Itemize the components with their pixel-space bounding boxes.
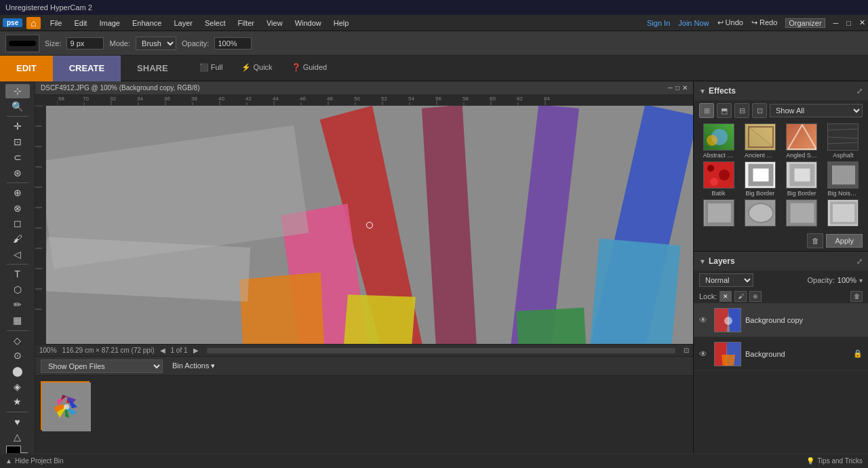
layers-header[interactable]: ▼ Layers ⤢ [694, 252, 868, 271]
opacity-arrow[interactable]: ▾ [859, 277, 863, 284]
menu-image[interactable]: Image [94, 18, 125, 28]
canvas-restore-btn[interactable]: □ [675, 84, 679, 92]
type-tool[interactable]: T [5, 267, 30, 281]
menu-window[interactable]: Window [290, 18, 327, 28]
menu-help[interactable]: Help [328, 18, 355, 28]
full-tab[interactable]: ⬛ Full [190, 60, 233, 76]
brush-tool[interactable]: 🖌 [5, 232, 30, 246]
layer-visibility-2[interactable]: 👁 [699, 349, 710, 359]
effect-ancient[interactable]: Ancient St... [741, 123, 779, 159]
smudge-tool[interactable]: ★ [5, 395, 30, 409]
layer-visibility-1[interactable]: 👁 [699, 315, 710, 325]
quick-tab[interactable]: ⚡ Quick [232, 60, 281, 76]
canvas-minimize-btn[interactable]: ─ [668, 84, 673, 92]
close-btn[interactable]: ✕ [859, 18, 865, 27]
effects-header[interactable]: ▼ Effects ⤢ [694, 81, 868, 100]
effect-asphalt[interactable]: Asphalt [824, 123, 863, 159]
lock-position-btn[interactable]: ⊕ [749, 291, 762, 302]
pencil-tool[interactable]: ✏ [5, 298, 30, 312]
effects-show-select[interactable]: Show All Filters Photo Effects Layer Sty… [770, 104, 863, 117]
heart-tool[interactable]: ♥ [5, 414, 30, 429]
menu-enhance[interactable]: Enhance [127, 18, 167, 28]
bin-thumbnail-1[interactable] [41, 381, 90, 430]
dodge-burn-tool[interactable]: ⊙ [5, 349, 30, 363]
nav-next[interactable]: ▶ [193, 347, 199, 354]
clone-stamp-tool[interactable]: ⊗ [5, 201, 30, 215]
crop-tool[interactable]: ⊡ [5, 135, 30, 149]
effect-placeholder-1[interactable] [699, 199, 738, 228]
layers-trash-btn[interactable]: 🗑 [850, 291, 863, 302]
gradient-tool[interactable]: ▦ [5, 313, 30, 328]
effect-placeholder-3[interactable] [783, 199, 821, 228]
guided-tab[interactable]: ❓ Guided [282, 60, 337, 76]
join-now-link[interactable]: Join Now [678, 19, 709, 27]
menu-filter[interactable]: Filter [233, 18, 260, 28]
lasso-tool[interactable]: ⊂ [5, 150, 30, 164]
home-icon[interactable]: ⌂ [26, 17, 40, 29]
effects-filter-all[interactable]: ⊞ [699, 103, 714, 118]
effect-angled[interactable]: Angled Sp... [783, 123, 821, 159]
layer-item-background[interactable]: 👁 Background 🔒 [694, 337, 868, 371]
effect-batik[interactable]: Batik [699, 161, 738, 197]
eraser-tool[interactable]: ◻ [5, 216, 30, 231]
sign-in-link[interactable]: Sign In [647, 19, 670, 27]
shape-tool[interactable]: ⬡ [5, 282, 30, 296]
tips-label[interactable]: Tips and Tricks [817, 457, 863, 465]
undo-btn[interactable]: ↩ Undo [717, 18, 743, 27]
magic-wand-tool[interactable]: ⊛ [5, 165, 30, 180]
effect-big-noisy[interactable]: Big Noisy ... [824, 161, 863, 197]
effect-placeholder-4[interactable] [824, 199, 863, 228]
redo-btn[interactable]: ↪ Redo [751, 18, 777, 27]
blend-mode-select[interactable]: Normal Multiply Screen Overlay [699, 273, 753, 287]
blur-tool[interactable]: ◈ [5, 379, 30, 393]
effect-big-border2[interactable]: Big Border [783, 161, 821, 197]
canvas-resize-handle[interactable]: ⊡ [684, 347, 689, 354]
hide-project-bin-label[interactable]: Hide Project Bin [15, 457, 64, 465]
maximize-btn[interactable]: □ [846, 19, 851, 27]
mode-select[interactable]: Brush Pencil [136, 37, 176, 50]
effect-abstract[interactable]: Abstract Fi... [699, 123, 738, 159]
effects-filter-photo[interactable]: ⊟ [734, 103, 749, 118]
effects-apply-button[interactable]: Apply [826, 234, 863, 248]
organizer-btn[interactable]: Organizer [785, 18, 825, 28]
lock-pixels-btn[interactable]: 🖌 [734, 291, 747, 302]
layers-expand-icon[interactable]: ⤢ [856, 257, 863, 266]
show-files-select[interactable]: Show Open Files Show All Files [41, 359, 163, 373]
svg-text:68: 68 [58, 96, 64, 102]
zoom-tool[interactable]: 🔍 [5, 100, 30, 114]
menu-file[interactable]: File [45, 18, 68, 28]
menu-view[interactable]: View [261, 18, 288, 28]
lock-transparent-btn[interactable]: ✕ [719, 291, 732, 302]
effects-filter-layers[interactable]: ⬒ [717, 103, 732, 118]
selection-tool[interactable]: ⊹ [5, 84, 30, 98]
canvas-close-btn[interactable]: ✕ [682, 84, 688, 92]
spot-heal-tool[interactable]: ⊕ [5, 186, 30, 200]
sponge-tool[interactable]: ⬤ [5, 364, 30, 378]
share-tab[interactable]: SHARE [121, 56, 184, 81]
effects-filter-frame[interactable]: ⊡ [752, 103, 767, 118]
layer-item-background-copy[interactable]: 👁 Background copy [694, 303, 868, 337]
opacity-input[interactable] [214, 37, 252, 50]
triangle-tool[interactable]: △ [5, 430, 30, 444]
effect-placeholder-2[interactable] [741, 199, 779, 228]
canvas-container[interactable] [46, 106, 693, 344]
nav-prev[interactable]: ◀ [160, 347, 165, 354]
minimize-btn[interactable]: ─ [833, 19, 839, 27]
canvas-scrollbar-h[interactable] [207, 348, 675, 353]
paint-bucket-tool[interactable]: ◁ [5, 247, 30, 261]
effects-trash-button[interactable]: 🗑 [807, 233, 823, 248]
edit-tab[interactable]: EDIT [0, 56, 53, 81]
hide-project-bin-icon[interactable]: ▲ [5, 457, 12, 465]
size-input[interactable] [66, 37, 104, 50]
effect-big-border[interactable]: Big Border [741, 161, 779, 197]
logo-badge[interactable]: pse [3, 18, 22, 27]
menu-edit[interactable]: Edit [68, 18, 92, 28]
menu-select[interactable]: Select [199, 18, 231, 28]
size-label: Size: [45, 39, 61, 47]
menu-layer[interactable]: Layer [168, 18, 198, 28]
sharpen-tool[interactable]: ◇ [5, 333, 30, 347]
bin-actions-button[interactable]: Bin Actions ▾ [168, 360, 219, 372]
move-tool[interactable]: ✛ [5, 119, 30, 134]
effects-expand-icon[interactable]: ⤢ [856, 87, 863, 96]
create-tab[interactable]: CREATE [53, 56, 121, 81]
